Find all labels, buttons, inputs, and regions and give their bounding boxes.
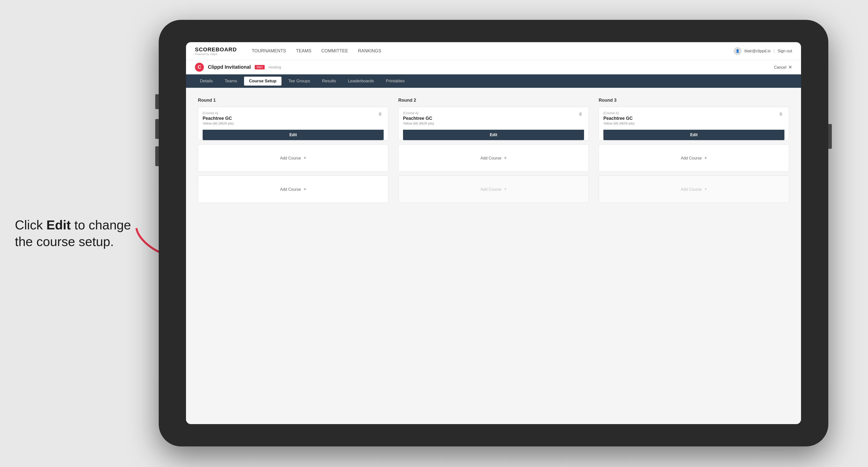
breadcrumb-left: C Clippd Invitational Men Hosting: [195, 63, 281, 72]
cancel-x-icon[interactable]: ✕: [788, 65, 792, 70]
round-1-trash-button[interactable]: 🗑: [377, 111, 384, 118]
round-3-add-course-label-2: Add Course +: [681, 187, 707, 192]
user-email: blair@clippd.io: [744, 49, 771, 53]
round-2-title: Round 2: [398, 98, 589, 103]
round-3-course-name: Peachtree GC: [603, 116, 777, 121]
round-2-column: Round 2 (Course A) Peachtree GC Yellow (…: [398, 98, 589, 207]
round-2-course-info: (Course A) Peachtree GC Yellow (M) (6629…: [403, 111, 577, 129]
instruction-prefix: Click: [15, 218, 46, 232]
round-3-add-course-2: Add Course +: [599, 176, 789, 203]
round-2-card-header: (Course A) Peachtree GC Yellow (M) (6629…: [403, 111, 584, 129]
round-1-edit-button[interactable]: Edit: [203, 130, 384, 140]
instruction-bold: Edit: [46, 218, 71, 232]
nav-link-rankings[interactable]: RANKINGS: [358, 49, 381, 54]
scoreboard-logo: SCOREBOARD Powered by clippd: [195, 46, 237, 56]
round-1-add-course-1[interactable]: Add Course +: [198, 144, 389, 172]
main-content: Round 1 (Course A) Peachtree GC Yellow (…: [186, 88, 801, 424]
round-2-add-course-label-2: Add Course +: [480, 187, 506, 192]
round-2-course-name: Peachtree GC: [403, 116, 577, 121]
round-1-course-label: (Course A): [203, 111, 377, 115]
logo-main-text: SCOREBOARD: [195, 46, 237, 53]
round-1-course-info: (Course A) Peachtree GC Yellow (M) (6629…: [203, 111, 377, 129]
gender-badge: Men: [255, 65, 265, 69]
brand-logo-c: C: [195, 63, 204, 72]
round-3-course-label: (Course A): [603, 111, 777, 115]
round-2-trash-button[interactable]: 🗑: [577, 111, 584, 118]
tab-course-setup[interactable]: Course Setup: [244, 76, 281, 86]
avatar: 👤: [734, 47, 742, 55]
round-3-course-details: Yellow (M) (6629 yds): [603, 122, 777, 125]
round-3-column: Round 3 (Course A) Peachtree GC Yellow (…: [599, 98, 789, 207]
hosting-tag: Hosting: [269, 65, 281, 69]
round-3-edit-button[interactable]: Edit: [603, 130, 784, 140]
tab-details[interactable]: Details: [195, 76, 218, 86]
round-1-add-course-label-1: Add Course +: [280, 156, 306, 161]
instruction-text: Click Edit to change the course setup.: [15, 217, 144, 250]
round-3-course-card: (Course A) Peachtree GC Yellow (M) (6629…: [599, 107, 789, 141]
round-1-course-details: Yellow (M) (6629 yds): [203, 122, 377, 125]
tab-bar: Details Teams Course Setup Tee Groups Re…: [186, 74, 801, 88]
tab-leaderboards[interactable]: Leaderboards: [343, 76, 379, 86]
round-1-title: Round 1: [198, 98, 389, 103]
top-nav-links: TOURNAMENTS TEAMS COMMITTEE RANKINGS: [252, 49, 734, 54]
tablet-frame: SCOREBOARD Powered by clippd TOURNAMENTS…: [159, 20, 828, 446]
round-2-add-plus-1: +: [504, 156, 507, 160]
round-1-add-plus-1: +: [304, 156, 306, 160]
round-3-trash-button[interactable]: 🗑: [777, 111, 784, 118]
pipe-separator: |: [774, 49, 775, 53]
round-2-add-course-label-1: Add Course +: [480, 156, 506, 161]
breadcrumb-right: Cancel ✕: [774, 64, 792, 70]
sign-out-link[interactable]: Sign out: [777, 49, 792, 53]
round-1-add-course-label-2: Add Course +: [280, 187, 306, 192]
round-3-add-course-1[interactable]: Add Course +: [599, 144, 789, 172]
nav-link-committee[interactable]: COMMITTEE: [321, 49, 348, 54]
round-1-add-plus-2: +: [304, 187, 306, 192]
nav-link-teams[interactable]: TEAMS: [296, 49, 311, 54]
cancel-label[interactable]: Cancel: [774, 65, 786, 69]
round-3-add-plus-2: +: [704, 187, 707, 192]
tab-printables[interactable]: Printables: [381, 76, 410, 86]
round-2-course-details: Yellow (M) (6629 yds): [403, 122, 577, 125]
tab-teams[interactable]: Teams: [220, 76, 242, 86]
round-3-course-info: (Course A) Peachtree GC Yellow (M) (6629…: [603, 111, 777, 129]
round-3-add-plus-1: +: [704, 156, 707, 160]
round-3-title: Round 3: [599, 98, 789, 103]
breadcrumb-bar: C Clippd Invitational Men Hosting Cancel…: [186, 60, 801, 74]
round-2-add-plus-2: +: [504, 187, 507, 192]
tournament-title: Clippd Invitational: [208, 64, 251, 70]
logo-sub-text: Powered by clippd: [195, 53, 237, 56]
round-1-course-name: Peachtree GC: [203, 116, 377, 121]
round-2-course-label: (Course A): [403, 111, 577, 115]
round-1-column: Round 1 (Course A) Peachtree GC Yellow (…: [198, 98, 389, 207]
top-nav: SCOREBOARD Powered by clippd TOURNAMENTS…: [186, 42, 801, 60]
tablet-screen: SCOREBOARD Powered by clippd TOURNAMENTS…: [186, 42, 801, 424]
round-2-add-course-2: Add Course +: [398, 176, 589, 203]
round-3-card-header: (Course A) Peachtree GC Yellow (M) (6629…: [603, 111, 784, 129]
top-nav-right: 👤 blair@clippd.io | Sign out: [734, 47, 792, 55]
round-2-course-card: (Course A) Peachtree GC Yellow (M) (6629…: [398, 107, 589, 141]
round-2-edit-button[interactable]: Edit: [403, 130, 584, 140]
round-1-card-header: (Course A) Peachtree GC Yellow (M) (6629…: [203, 111, 384, 129]
tab-results[interactable]: Results: [317, 76, 341, 86]
round-2-add-course-1[interactable]: Add Course +: [398, 144, 589, 172]
round-3-add-course-label-1: Add Course +: [681, 156, 707, 161]
round-1-course-card: (Course A) Peachtree GC Yellow (M) (6629…: [198, 107, 389, 141]
rounds-grid: Round 1 (Course A) Peachtree GC Yellow (…: [198, 98, 789, 207]
round-1-add-course-2[interactable]: Add Course +: [198, 176, 389, 203]
tab-tee-groups[interactable]: Tee Groups: [283, 76, 315, 86]
nav-link-tournaments[interactable]: TOURNAMENTS: [252, 49, 286, 54]
